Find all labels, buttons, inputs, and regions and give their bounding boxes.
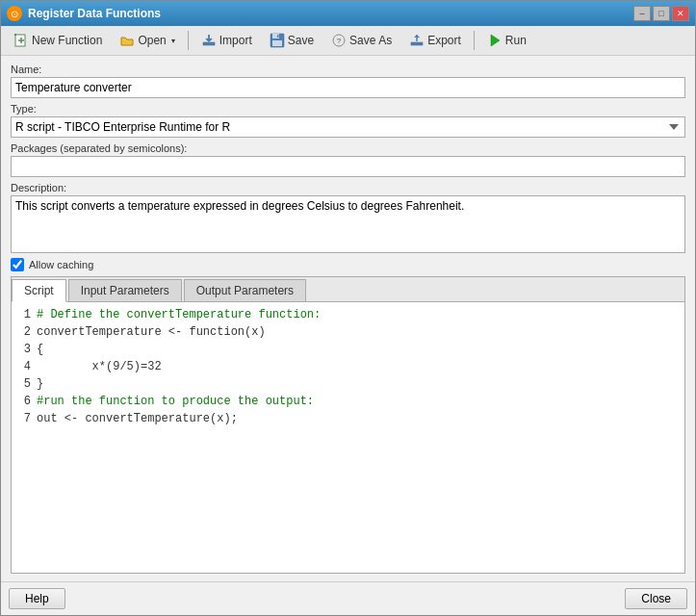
code-line-3: 3 { <box>15 341 681 358</box>
register-data-functions-window: ⊙ Register Data Functions – □ ✕ New Func… <box>0 0 696 616</box>
code-line-6: 6 #run the function to produce the outpu… <box>15 393 681 410</box>
import-label: Import <box>219 34 252 47</box>
help-button[interactable]: Help <box>9 588 65 609</box>
svg-text:?: ? <box>337 37 342 45</box>
code-line-4: 4 x*(9/5)=32 <box>15 358 681 375</box>
open-icon <box>119 33 135 48</box>
new-function-label: New Function <box>32 34 102 47</box>
export-label: Export <box>427 34 461 47</box>
type-label: Type: <box>11 103 685 115</box>
svg-rect-3 <box>14 34 16 36</box>
name-field-group: Name: <box>11 64 685 98</box>
export-button[interactable]: Export <box>402 30 468 51</box>
svg-rect-11 <box>277 35 279 38</box>
code-line-2: 2 convertTemperature <- function(x) <box>15 323 681 341</box>
open-dropdown-arrow[interactable]: ▾ <box>171 37 175 45</box>
allow-caching-checkbox[interactable] <box>11 258 24 271</box>
name-input[interactable] <box>11 77 685 98</box>
footer: Help Close <box>1 581 695 615</box>
save-as-label: Save As <box>349 34 392 47</box>
import-icon <box>201 33 217 48</box>
type-field-group: Type: R script - TIBCO Enterprise Runtim… <box>11 103 685 138</box>
import-button[interactable]: Import <box>194 30 259 51</box>
allow-caching-label: Allow caching <box>29 259 93 270</box>
save-icon <box>270 33 285 48</box>
description-field-group: Description: This script converts a temp… <box>11 182 685 253</box>
type-select[interactable]: R script - TIBCO Enterprise Runtime for … <box>11 116 685 138</box>
packages-field-group: Packages (separated by semicolons): <box>11 142 685 177</box>
window-icon: ⊙ <box>7 6 22 21</box>
toolbar-separator-1 <box>188 31 189 50</box>
packages-input[interactable] <box>11 156 685 177</box>
toolbar: New Function Open ▾ Import <box>1 26 695 56</box>
export-icon <box>409 33 425 48</box>
open-label: Open <box>138 34 166 47</box>
code-line-7: 7 out <- convertTemperature(x); <box>15 410 681 427</box>
allow-caching-row: Allow caching <box>11 258 685 271</box>
code-line-5: 5 } <box>15 375 681 393</box>
run-label: Run <box>505 34 527 47</box>
tab-script[interactable]: Script <box>12 279 66 302</box>
run-icon <box>487 33 503 48</box>
script-code-area[interactable]: 1 # Define the convertTemperature functi… <box>12 302 684 573</box>
save-as-icon: ? <box>331 33 347 48</box>
minimize-button[interactable]: – <box>633 6 651 21</box>
maximize-button[interactable]: □ <box>653 6 670 21</box>
close-button[interactable]: Close <box>625 588 687 609</box>
svg-marker-16 <box>414 35 420 38</box>
window-title: Register Data Functions <box>28 7 161 20</box>
tabs-header: Script Input Parameters Output Parameter… <box>12 277 684 302</box>
new-function-icon <box>13 33 29 48</box>
svg-rect-14 <box>411 42 423 45</box>
svg-rect-4 <box>203 42 215 45</box>
window-close-button[interactable]: ✕ <box>672 6 689 21</box>
description-label: Description: <box>11 182 685 193</box>
content-area: Name: Type: R script - TIBCO Enterprise … <box>1 56 695 581</box>
open-button[interactable]: Open ▾ <box>113 30 181 51</box>
tabs-container: Script Input Parameters Output Parameter… <box>11 276 685 574</box>
svg-marker-17 <box>491 35 500 46</box>
save-as-button[interactable]: ? Save As <box>324 30 399 51</box>
description-textarea[interactable]: This script converts a temperature expre… <box>11 195 685 253</box>
save-button[interactable]: Save <box>263 30 321 51</box>
code-line-1: 1 # Define the convertTemperature functi… <box>15 306 681 323</box>
new-function-button[interactable]: New Function <box>7 30 109 51</box>
name-label: Name: <box>11 64 685 75</box>
run-button[interactable]: Run <box>480 30 533 51</box>
svg-rect-10 <box>272 40 282 46</box>
tab-input-parameters[interactable]: Input Parameters <box>68 279 182 301</box>
save-label: Save <box>288 34 314 47</box>
title-bar: ⊙ Register Data Functions – □ ✕ <box>1 1 695 26</box>
packages-label: Packages (separated by semicolons): <box>11 142 685 154</box>
toolbar-separator-2 <box>474 31 475 50</box>
tab-output-parameters[interactable]: Output Parameters <box>184 279 306 301</box>
